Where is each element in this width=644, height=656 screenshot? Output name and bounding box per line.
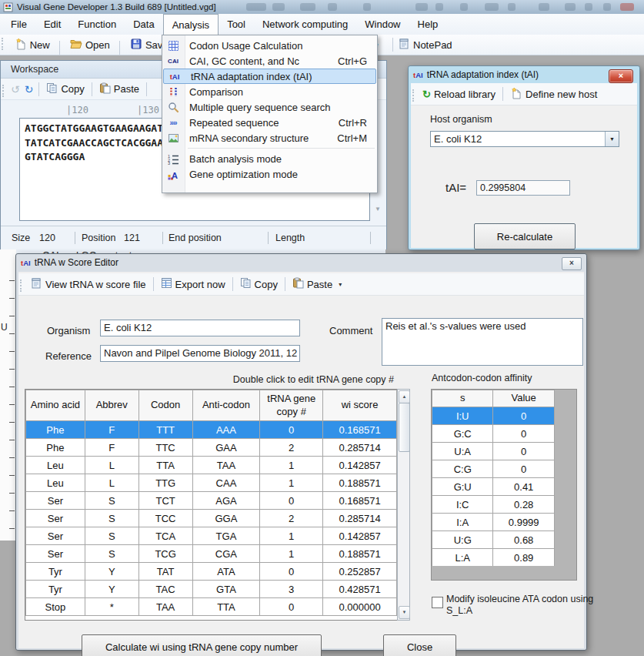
- menu-item-gene-optimization-mode[interactable]: AGene optimization mode: [162, 166, 377, 182]
- table-row[interactable]: I:C0.28: [432, 496, 555, 514]
- reload-library-button[interactable]: ↻Reload library: [419, 85, 499, 103]
- menu-item-repeated-sequence[interactable]: »»Repeated sequenceCtrl+R: [162, 115, 377, 130]
- table-cell[interactable]: L:A: [432, 549, 493, 567]
- table-row[interactable]: SerSTCATGA10.142857: [26, 527, 397, 545]
- table-cell[interactable]: L: [85, 457, 138, 474]
- scrollbar-thumb[interactable]: [399, 403, 410, 452]
- table-cell[interactable]: S: [85, 527, 138, 545]
- table-cell[interactable]: GTA: [192, 581, 260, 598]
- menu-item-mrna-secondary-structure[interactable]: mRNA secondary structureCtrl+M: [162, 130, 377, 146]
- editor-paste-button[interactable]: Paste▾: [289, 275, 345, 293]
- table-cell[interactable]: 0: [493, 425, 555, 443]
- close-dialog-button[interactable]: Close: [383, 634, 456, 656]
- table-cell[interactable]: TTA: [192, 598, 260, 616]
- table-cell[interactable]: 0: [260, 492, 323, 510]
- menu-tool[interactable]: Tool: [219, 14, 254, 35]
- table-cell[interactable]: 0.41: [493, 478, 555, 496]
- new-button[interactable]: New: [11, 36, 54, 55]
- table-cell[interactable]: Ser: [26, 492, 85, 510]
- column-header[interactable]: wi score: [323, 390, 397, 421]
- notepad-button[interactable]: NotePad: [394, 35, 456, 54]
- table-cell[interactable]: TTA: [138, 457, 192, 474]
- table-cell[interactable]: Ser: [26, 510, 85, 527]
- table-row[interactable]: L:A0.89: [432, 549, 555, 567]
- table-cell[interactable]: TGA: [192, 527, 260, 545]
- table-cell[interactable]: 0.89: [493, 549, 555, 567]
- table-cell[interactable]: F: [85, 421, 138, 439]
- table-cell[interactable]: U:G: [432, 531, 493, 549]
- menu-function[interactable]: Function: [69, 14, 125, 35]
- column-header[interactable]: s: [432, 390, 493, 407]
- table-cell[interactable]: Leu: [26, 474, 85, 492]
- table-cell[interactable]: TCT: [138, 492, 192, 510]
- table-row[interactable]: I:A0.9999: [432, 514, 555, 531]
- table-cell[interactable]: 0.428571: [323, 581, 397, 598]
- table-row[interactable]: SerSTCGCGA10.188571: [26, 545, 397, 563]
- table-cell[interactable]: 0.000000: [323, 598, 397, 616]
- table-cell[interactable]: F: [85, 439, 138, 457]
- menu-item-trna-adaptation-index-tai-[interactable]: tAItRNA adaptation index (tAI): [163, 69, 376, 84]
- table-cell[interactable]: C:G: [432, 460, 493, 478]
- table-cell[interactable]: *: [85, 598, 138, 616]
- table-row[interactable]: U:G0.68: [432, 531, 555, 549]
- table-row[interactable]: TyrYTACGTA30.428571: [26, 581, 397, 598]
- table-cell[interactable]: I:U: [432, 407, 493, 425]
- table-cell[interactable]: Leu: [26, 457, 85, 474]
- table-cell[interactable]: Phe: [26, 439, 85, 457]
- open-button[interactable]: Open: [66, 36, 114, 55]
- table-cell[interactable]: Stop: [26, 598, 85, 616]
- table-cell[interactable]: L: [85, 474, 138, 492]
- menu-item-cai-gc-content-and-nc[interactable]: CAICAI, GC content, and NcCtrl+G: [162, 53, 377, 69]
- table-cell[interactable]: 0.168571: [323, 492, 397, 510]
- table-cell[interactable]: CGA: [192, 545, 260, 563]
- table-cell[interactable]: I:C: [432, 496, 493, 514]
- menu-window[interactable]: Window: [356, 14, 409, 35]
- table-cell[interactable]: U:A: [432, 443, 493, 460]
- table-cell[interactable]: 0.188571: [323, 474, 397, 492]
- table-cell[interactable]: 0.168571: [323, 421, 397, 439]
- table-cell[interactable]: Y: [85, 581, 138, 598]
- table-cell[interactable]: AGA: [192, 492, 260, 510]
- table-cell[interactable]: TCC: [138, 510, 192, 527]
- table-cell[interactable]: 0.142857: [323, 457, 397, 474]
- host-organism-combobox[interactable]: E. coli K12 ▼: [430, 131, 619, 147]
- table-cell[interactable]: CAA: [192, 474, 260, 492]
- table-cell[interactable]: AAA: [192, 421, 260, 439]
- table-cell[interactable]: ATA: [192, 563, 260, 581]
- table-cell[interactable]: TAA: [192, 457, 260, 474]
- table-cell[interactable]: Ser: [26, 545, 85, 563]
- close-button[interactable]: ×: [609, 69, 633, 83]
- table-row[interactable]: SerSTCTAGA00.168571: [26, 492, 397, 510]
- comment-field[interactable]: Reis et al.'s s-values were used: [382, 318, 583, 366]
- table-row[interactable]: G:C0: [432, 425, 555, 443]
- table-row[interactable]: U:A0: [432, 443, 555, 460]
- table-cell[interactable]: Ser: [26, 527, 85, 545]
- table-cell[interactable]: TTT: [138, 421, 192, 439]
- table-row[interactable]: TyrYTATATA00.252857: [26, 563, 397, 581]
- export-now-button[interactable]: Export now: [157, 275, 229, 293]
- table-cell[interactable]: TCG: [138, 545, 192, 563]
- table-cell[interactable]: 2: [260, 439, 323, 457]
- table-cell[interactable]: 1: [260, 527, 323, 545]
- table-scrollbar[interactable]: ▲ ▼: [397, 389, 410, 621]
- define-new-host-button[interactable]: Define new host: [506, 85, 601, 103]
- column-header[interactable]: Codon: [138, 390, 192, 421]
- table-cell[interactable]: S: [85, 545, 138, 563]
- column-header[interactable]: Abbrev: [85, 390, 138, 421]
- table-cell[interactable]: 0: [493, 407, 555, 425]
- menu-edit[interactable]: Edit: [35, 14, 69, 35]
- workspace-copy-button[interactable]: Copy: [42, 80, 88, 99]
- table-cell[interactable]: TAA: [138, 598, 192, 616]
- table-cell[interactable]: 0: [260, 421, 323, 439]
- column-header[interactable]: Value: [493, 390, 555, 407]
- table-cell[interactable]: Phe: [26, 421, 85, 439]
- table-row[interactable]: Stop*TAATTA00.000000: [26, 598, 397, 616]
- table-cell[interactable]: 0.142857: [323, 527, 397, 545]
- column-header[interactable]: tRNA gene copy #: [260, 390, 323, 421]
- editor-title-bar[interactable]: tAI tRNA w Score Editor: [16, 254, 586, 271]
- table-cell[interactable]: 1: [260, 474, 323, 492]
- menu-analysis[interactable]: Analysis: [163, 14, 219, 35]
- table-row[interactable]: C:G0: [432, 460, 555, 478]
- table-cell[interactable]: 1: [260, 457, 323, 474]
- table-cell[interactable]: 0.188571: [323, 545, 397, 563]
